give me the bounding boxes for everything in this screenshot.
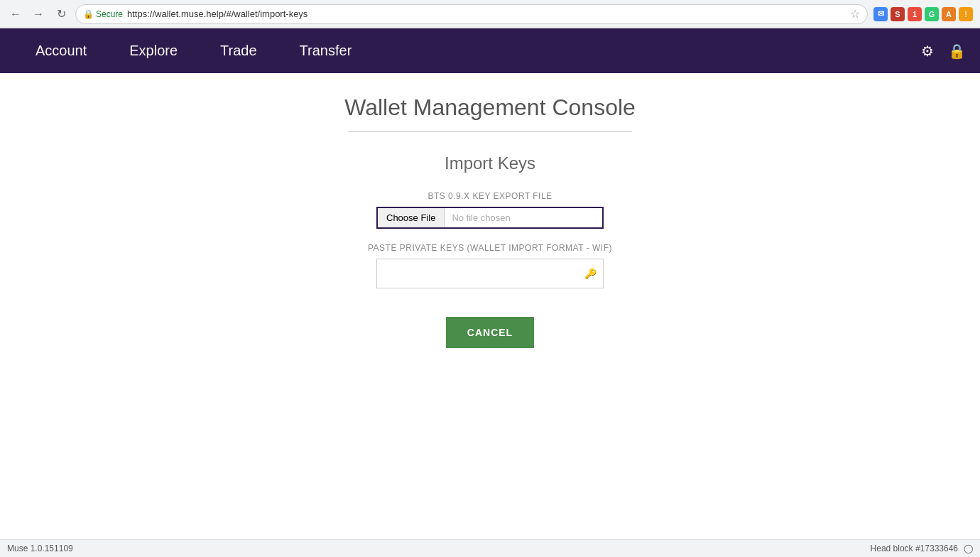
main-content: Wallet Management Console Import Keys BT… [0,73,980,348]
status-bar: Muse 1.0.151109 Head block #17333646 ◯ [0,539,980,557]
nav-account[interactable]: Account [14,28,108,73]
page-title: Wallet Management Console [344,94,636,121]
url-text: https://wallet.muse.help/#/wallet/import… [127,9,307,19]
head-block-text: Head block #17333646 [871,544,958,553]
section-title: Import Keys [445,153,535,173]
title-divider [348,131,632,132]
file-field-label: BTS 0.9.X KEY EXPORT FILE [428,191,552,201]
reload-button[interactable]: ↻ [53,6,70,23]
cancel-button[interactable]: CANCEL [446,317,534,348]
ext-icon-3[interactable]: 1 [908,7,922,21]
secure-badge: 🔒 Secure [83,9,123,19]
nav-transfer[interactable]: Transfer [278,28,374,73]
status-right: Head block #17333646 ◯ [871,544,973,553]
version-text: Muse 1.0.151109 [7,544,73,553]
ext-icon-4[interactable]: G [925,7,939,21]
file-field-group: BTS 0.9.X KEY EXPORT FILE Choose File No… [341,191,639,229]
ext-icon-6[interactable]: ! [959,7,973,21]
file-input-wrapper: Choose File No file chosen [376,207,604,229]
browser-chrome: ← → ↻ 🔒 Secure https://wallet.muse.help/… [0,0,980,28]
ext-icon-5[interactable]: A [942,7,956,21]
nav-links: Account Explore Trade Transfer [14,28,921,73]
private-keys-label: PASTE PRIVATE KEYS (WALLET IMPORT FORMAT… [368,243,612,253]
ext-icon-1[interactable]: ✉ [873,7,888,21]
private-keys-input[interactable] [376,259,604,288]
lock-button[interactable]: 🔒 [948,43,966,60]
choose-file-button[interactable]: Choose File [378,208,445,227]
main-navbar: Account Explore Trade Transfer ⚙ 🔒 [0,28,980,73]
nav-explore[interactable]: Explore [108,28,199,73]
no-file-text: No file chosen [445,208,602,227]
forward-button[interactable]: → [30,6,47,23]
settings-button[interactable]: ⚙ [921,43,934,60]
text-input-wrapper: 🔑 [376,259,604,288]
nav-trade[interactable]: Trade [199,28,278,73]
ext-icon-2[interactable]: S [891,7,905,21]
private-keys-field-group: PASTE PRIVATE KEYS (WALLET IMPORT FORMAT… [341,243,639,288]
address-bar: 🔒 Secure https://wallet.muse.help/#/wall… [75,4,868,24]
sync-icon: ◯ [964,544,973,553]
extension-icons: ✉ S 1 G A ! [873,7,973,21]
nav-right-icons: ⚙ 🔒 [921,43,966,60]
bookmark-button[interactable]: ☆ [850,7,860,21]
back-button[interactable]: ← [7,6,24,23]
import-keys-form: BTS 0.9.X KEY EXPORT FILE Choose File No… [341,191,639,348]
